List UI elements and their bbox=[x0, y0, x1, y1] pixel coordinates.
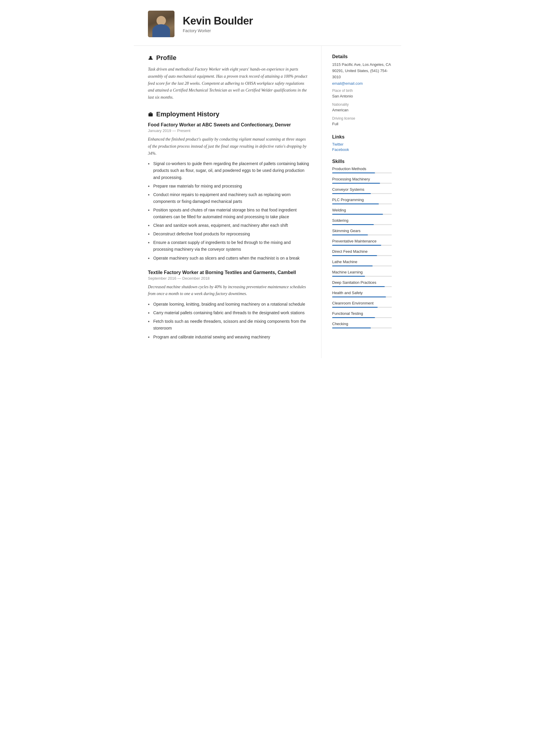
skill-bar-bg bbox=[332, 255, 392, 256]
skill-bar-fill bbox=[332, 266, 373, 266]
nationality-label: Nationality bbox=[332, 102, 392, 107]
svg-rect-3 bbox=[150, 113, 151, 113]
bullet-item: Deconstruct defective food products for … bbox=[148, 231, 309, 238]
skill-name: Deep Sanitation Practices bbox=[332, 280, 392, 285]
skill-name: Welding bbox=[332, 208, 392, 212]
skill-item: Direct Feed Machine bbox=[332, 249, 392, 256]
links-section: Links Twitter Facebook bbox=[332, 134, 392, 152]
resume-container: Kevin Boulder Factory Worker Profile bbox=[134, 0, 401, 370]
bullet-item: Program and calibrate industrial sewing … bbox=[148, 334, 309, 341]
skill-bar-bg bbox=[332, 193, 392, 194]
link-facebook[interactable]: Facebook bbox=[332, 147, 392, 152]
profile-icon bbox=[148, 55, 153, 61]
job-1-bullets: Signal co-workers to guide them regardin… bbox=[148, 160, 309, 261]
skill-item: Soldering bbox=[332, 218, 392, 225]
job-2-bullets: Operate looming, knitting, braiding and … bbox=[148, 301, 309, 340]
skill-name: Lathe Machine bbox=[332, 260, 392, 264]
job-1: Food Factory Worker at ABC Sweets and Co… bbox=[148, 122, 309, 262]
skill-bar-fill bbox=[332, 183, 380, 184]
svg-point-0 bbox=[150, 56, 152, 58]
bullet-item: Conduct minor repairs to equipment and m… bbox=[148, 191, 309, 205]
driving-license-label: Driving license bbox=[332, 116, 392, 121]
profile-section-title: Profile bbox=[156, 54, 176, 62]
skill-bar-fill bbox=[332, 317, 375, 318]
right-column: Details 1515 Pacific Ave, Los Angeles, C… bbox=[322, 46, 401, 358]
link-twitter[interactable]: Twitter bbox=[332, 142, 392, 147]
skill-bar-fill bbox=[332, 307, 378, 308]
skill-bar-bg bbox=[332, 245, 392, 246]
skill-name: Soldering bbox=[332, 218, 392, 223]
skill-name: Processing Machinery bbox=[332, 177, 392, 181]
skill-bar-fill bbox=[332, 245, 381, 246]
skill-bar-bg bbox=[332, 235, 392, 235]
job-2-date: September 2016 — December 2018 bbox=[148, 276, 309, 281]
skill-name: Production Methods bbox=[332, 167, 392, 171]
job-2-title: Textile Factory Worker at Borning Textil… bbox=[148, 270, 309, 275]
skill-bar-bg bbox=[332, 173, 392, 173]
skill-bar-fill bbox=[332, 255, 377, 256]
job-1-title: Food Factory Worker at ABC Sweets and Co… bbox=[148, 122, 309, 127]
skill-item: Lathe Machine bbox=[332, 260, 392, 266]
skills-section: Skills Production Methods Processing Mac… bbox=[332, 159, 392, 328]
skill-item: Machine Learning bbox=[332, 270, 392, 277]
skill-bar-fill bbox=[332, 235, 368, 235]
employment-icon bbox=[148, 112, 153, 117]
skill-bar-fill bbox=[332, 193, 371, 194]
employment-section: Employment History Food Factory Worker a… bbox=[148, 110, 309, 341]
job-2: Textile Factory Worker at Borning Textil… bbox=[148, 270, 309, 341]
skill-bar-bg bbox=[332, 327, 392, 328]
bullet-item: Carry material pallets containing fabric… bbox=[148, 310, 309, 316]
bullet-item: Ensure a constant supply of ingredients … bbox=[148, 239, 309, 253]
skill-bar-bg bbox=[332, 224, 392, 225]
skill-name: Cleanroom Environment bbox=[332, 301, 392, 305]
skill-bar-bg bbox=[332, 317, 392, 318]
employment-section-title: Employment History bbox=[156, 110, 219, 118]
skill-item: Deep Sanitation Practices bbox=[332, 280, 392, 287]
nationality-value: American bbox=[332, 107, 392, 113]
profile-section: Profile Task driven and methodical Facto… bbox=[148, 54, 309, 101]
skill-bar-bg bbox=[332, 204, 392, 204]
skill-name: Conveyor Systems bbox=[332, 187, 392, 192]
links-title: Links bbox=[332, 134, 392, 140]
header-name: Kevin Boulder bbox=[183, 15, 387, 27]
skill-bar-bg bbox=[332, 214, 392, 215]
details-email[interactable]: email@email.com bbox=[332, 81, 392, 86]
svg-rect-1 bbox=[149, 113, 153, 116]
skill-item: Functional Testing bbox=[332, 311, 392, 318]
skill-bar-bg bbox=[332, 307, 392, 308]
left-column: Profile Task driven and methodical Facto… bbox=[134, 46, 322, 358]
skill-item: Cleanroom Environment bbox=[332, 301, 392, 308]
profile-section-header: Profile bbox=[148, 54, 309, 62]
skill-item: Preventative Maintenance bbox=[332, 239, 392, 246]
skill-name: Functional Testing bbox=[332, 311, 392, 316]
skill-name: Checking bbox=[332, 322, 392, 326]
skill-bar-fill bbox=[332, 224, 374, 225]
skill-bar-bg bbox=[332, 276, 392, 277]
skill-item: Processing Machinery bbox=[332, 177, 392, 184]
skill-bar-fill bbox=[332, 276, 365, 277]
skill-item: Checking bbox=[332, 322, 392, 328]
skill-item: Skimming Gears bbox=[332, 229, 392, 235]
place-of-birth-label: Place of birth bbox=[332, 89, 392, 93]
skill-bar-fill bbox=[332, 214, 383, 215]
job-1-date: January 2019 — Present bbox=[148, 128, 309, 133]
skills-list: Production Methods Processing Machinery … bbox=[332, 167, 392, 328]
skill-bar-bg bbox=[332, 286, 392, 287]
job-1-desc: Enhanced the finished product's quality … bbox=[148, 136, 309, 157]
details-address: 1515 Pacific Ave, Los Angeles, CA 90291,… bbox=[332, 62, 392, 80]
skill-bar-bg bbox=[332, 183, 392, 184]
skill-bar-bg bbox=[332, 296, 392, 297]
header: Kevin Boulder Factory Worker bbox=[134, 0, 401, 45]
skill-bar-fill bbox=[332, 286, 385, 287]
skill-item: Health and Safety bbox=[332, 291, 392, 297]
bullet-item: Clean and sanitize work areas, equipment… bbox=[148, 222, 309, 229]
skill-bar-bg bbox=[332, 266, 392, 266]
driving-license-value: Full bbox=[332, 121, 392, 127]
skill-bar-fill bbox=[332, 204, 379, 204]
bullet-item: Prepare raw materials for mixing and pro… bbox=[148, 183, 309, 190]
main-layout: Profile Task driven and methodical Facto… bbox=[134, 46, 401, 370]
skill-name: PLC Programming bbox=[332, 198, 392, 202]
skill-name: Health and Safety bbox=[332, 291, 392, 295]
bullet-item: Signal co-workers to guide them regardin… bbox=[148, 160, 309, 181]
bullet-item: Operate machinery such as slicers and cu… bbox=[148, 255, 309, 262]
